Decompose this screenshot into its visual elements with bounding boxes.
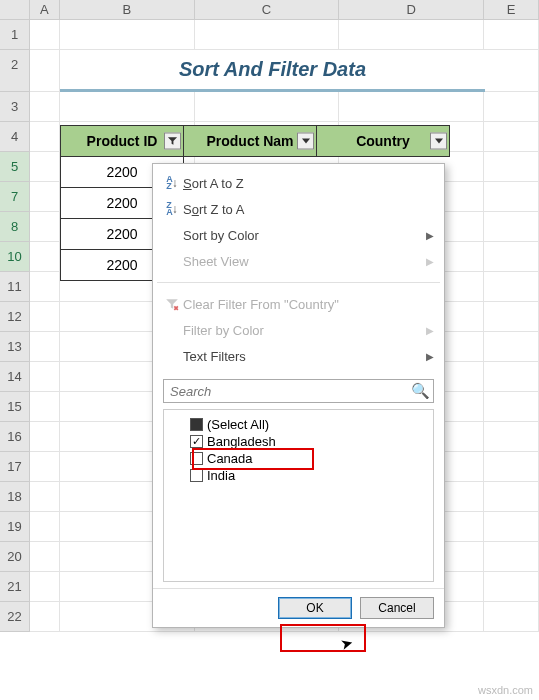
filter-checklist[interactable]: (Select All) Bangladesh Canada India <box>163 409 434 582</box>
col-header-C[interactable]: C <box>195 0 340 19</box>
row-header[interactable]: 13 <box>0 332 30 362</box>
table-header-country: Country <box>317 126 450 157</box>
clear-filter: Clear Filter From "Country" <box>153 291 444 317</box>
funnel-icon <box>167 136 178 147</box>
sort-az-icon: AZ↓ <box>161 176 183 190</box>
check-item-bangladesh[interactable]: Bangladesh <box>168 433 429 450</box>
row-header[interactable]: 16 <box>0 422 30 452</box>
row-header[interactable]: 10 <box>0 242 30 272</box>
header-label: Product Nam <box>206 133 293 149</box>
row-header[interactable]: 5 <box>0 152 30 182</box>
checkbox-unchecked[interactable] <box>190 452 203 465</box>
row-header[interactable]: 20 <box>0 542 30 572</box>
col-header-A[interactable]: A <box>30 0 60 19</box>
sort-a-to-z[interactable]: AZ↓ Sort A to Z <box>153 170 444 196</box>
row-header[interactable]: 2 <box>0 50 30 92</box>
page-title: Sort And Filter Data <box>60 50 485 92</box>
header-label: Product ID <box>87 133 158 149</box>
checkbox-checked[interactable] <box>190 435 203 448</box>
chevron-right-icon: ▶ <box>426 256 434 267</box>
clear-filter-icon <box>161 297 183 311</box>
row-header[interactable]: 22 <box>0 602 30 632</box>
sort-by-color[interactable]: Sort by Color ▶ <box>153 222 444 248</box>
select-all-corner[interactable] <box>0 0 30 19</box>
menu-label: Sort A to Z <box>183 176 434 191</box>
menu-label: Sheet View <box>183 254 426 269</box>
text-filters[interactable]: Text Filters ▶ <box>153 343 444 369</box>
separator <box>157 282 440 283</box>
table-header-product-id: Product ID <box>61 126 184 157</box>
col-header-D[interactable]: D <box>339 0 484 19</box>
row-header[interactable]: 3 <box>0 92 30 122</box>
row-header[interactable]: 4 <box>0 122 30 152</box>
row-header[interactable]: 15 <box>0 392 30 422</box>
row-header[interactable]: 14 <box>0 362 30 392</box>
row-header[interactable]: 7 <box>0 182 30 212</box>
table-header-product-name: Product Nam <box>184 126 317 157</box>
row-header[interactable]: 12 <box>0 302 30 332</box>
row-header[interactable]: 1 <box>0 20 30 50</box>
check-select-all[interactable]: (Select All) <box>168 416 429 433</box>
sheet-view: Sheet View ▶ <box>153 248 444 274</box>
check-label: Bangladesh <box>207 434 276 449</box>
button-row: OK Cancel <box>153 588 444 627</box>
filter-by-color: Filter by Color ▶ <box>153 317 444 343</box>
row-header[interactable]: 11 <box>0 272 30 302</box>
cancel-button[interactable]: Cancel <box>360 597 434 619</box>
check-label: (Select All) <box>207 417 269 432</box>
checkbox-mixed[interactable] <box>190 418 203 431</box>
col-header-E[interactable]: E <box>484 0 539 19</box>
check-item-canada[interactable]: Canada <box>168 450 429 467</box>
sort-za-icon: ZA↓ <box>161 202 183 216</box>
menu-label: Sort by Color <box>183 228 426 243</box>
sort-z-to-a[interactable]: ZA↓ Sort Z to A <box>153 196 444 222</box>
column-headers: A B C D E <box>0 0 539 20</box>
ok-button[interactable]: OK <box>278 597 352 619</box>
row-header[interactable]: 18 <box>0 482 30 512</box>
menu-label: Clear Filter From "Country" <box>183 297 434 312</box>
check-label: India <box>207 468 235 483</box>
checkbox-unchecked[interactable] <box>190 469 203 482</box>
row-header[interactable]: 19 <box>0 512 30 542</box>
filter-button[interactable] <box>297 133 314 150</box>
search-icon[interactable]: 🔍 <box>411 382 430 400</box>
col-header-B[interactable]: B <box>60 0 195 19</box>
search-row: 🔍 <box>163 379 434 403</box>
row-header[interactable]: 8 <box>0 212 30 242</box>
check-label: Canada <box>207 451 253 466</box>
filter-button[interactable] <box>430 133 447 150</box>
menu-label: Text Filters <box>183 349 426 364</box>
chevron-right-icon: ▶ <box>426 230 434 241</box>
check-item-india[interactable]: India <box>168 467 429 484</box>
search-input[interactable] <box>163 379 434 403</box>
row-header[interactable]: 21 <box>0 572 30 602</box>
chevron-right-icon: ▶ <box>426 325 434 336</box>
row-headers: 1 2 3 4 5 7 8 10 11 12 13 14 15 16 17 18… <box>0 20 30 632</box>
filter-dropdown: AZ↓ Sort A to Z ZA↓ Sort Z to A Sort by … <box>152 163 445 628</box>
menu-label: Sort Z to A <box>183 202 434 217</box>
chevron-right-icon: ▶ <box>426 351 434 362</box>
header-label: Country <box>356 133 410 149</box>
menu-label: Filter by Color <box>183 323 426 338</box>
watermark: wsxdn.com <box>478 684 533 696</box>
row-header[interactable]: 17 <box>0 452 30 482</box>
filter-button[interactable] <box>164 133 181 150</box>
